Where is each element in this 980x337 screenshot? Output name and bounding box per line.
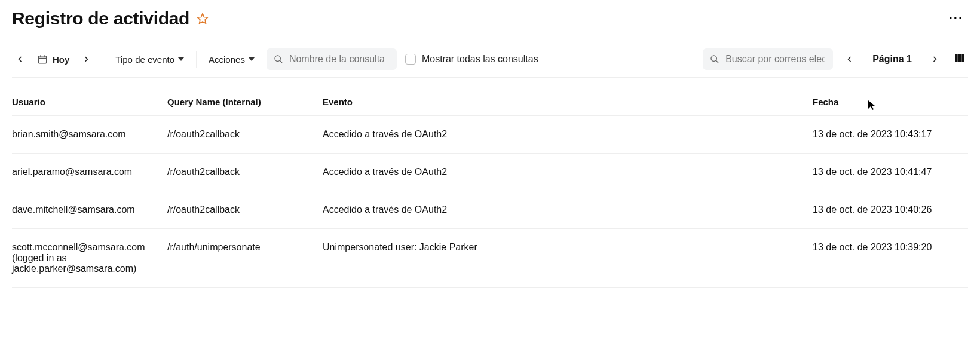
email-search-input[interactable] — [724, 53, 826, 65]
show-all-queries-label: Mostrar todas las consultas — [422, 54, 538, 65]
page-indicator: Página 1 — [866, 54, 918, 65]
cell-user: dave.mitchell@samsara.com — [12, 191, 167, 229]
chevron-down-icon — [249, 57, 255, 61]
table-row[interactable]: ariel.paramo@samsara.com /r/oauth2callba… — [12, 154, 968, 191]
query-name-input[interactable] — [288, 53, 390, 65]
page-next-button[interactable] — [926, 51, 943, 68]
cell-query: /r/auth/unimpersonate — [167, 229, 323, 288]
date-picker[interactable]: Hoy — [37, 54, 69, 65]
page-prev-button[interactable] — [841, 51, 858, 68]
cell-date: 13 de oct. de 2023 10:43:17 — [813, 116, 968, 154]
calendar-icon — [37, 54, 48, 65]
date-label: Hoy — [53, 54, 69, 65]
cell-event: Accedido a través de OAuth2 — [323, 191, 813, 229]
table-row[interactable]: brian.smith@samsara.com /r/oauth2callbac… — [12, 116, 968, 154]
col-header-date[interactable]: Fecha — [813, 88, 968, 116]
svg-rect-10 — [958, 54, 961, 62]
date-prev-button[interactable] — [12, 51, 29, 68]
cell-date: 13 de oct. de 2023 10:40:26 — [813, 191, 968, 229]
checkbox-box — [405, 54, 416, 65]
cell-query: /r/oauth2callback — [167, 154, 323, 191]
email-search[interactable] — [703, 48, 833, 70]
more-menu-button[interactable]: ··· — [944, 8, 968, 29]
column-settings-button[interactable] — [951, 52, 968, 66]
search-icon — [274, 54, 283, 64]
search-icon — [710, 54, 719, 64]
cell-user: brian.smith@samsara.com — [12, 116, 167, 154]
cell-user: ariel.paramo@samsara.com — [12, 154, 167, 191]
toolbar: Hoy Tipo de evento Acciones — [12, 41, 968, 78]
cell-event: Unimpersonated user: Jackie Parker — [323, 229, 813, 288]
show-all-queries-checkbox[interactable]: Mostrar todas las consultas — [405, 54, 538, 65]
col-header-event[interactable]: Evento — [323, 88, 813, 116]
cell-date: 13 de oct. de 2023 10:39:20 — [813, 229, 968, 288]
svg-rect-9 — [956, 54, 958, 62]
activity-table: Usuario Query Name (Internal) Evento Fec… — [12, 88, 968, 288]
cell-user: scott.mcconnell@samsara.com (logged in a… — [12, 229, 167, 288]
svg-marker-0 — [198, 14, 208, 24]
svg-line-6 — [280, 60, 282, 63]
svg-rect-1 — [38, 56, 47, 63]
svg-rect-11 — [961, 54, 964, 62]
separator — [103, 51, 103, 68]
actions-dropdown[interactable]: Acciones — [205, 54, 258, 65]
chevron-down-icon — [178, 57, 184, 61]
svg-line-8 — [716, 60, 718, 63]
col-header-query[interactable]: Query Name (Internal) — [167, 88, 323, 116]
event-type-dropdown[interactable]: Tipo de evento — [112, 54, 188, 65]
separator — [196, 51, 197, 68]
cell-query: /r/oauth2callback — [167, 116, 323, 154]
table-header-row: Usuario Query Name (Internal) Evento Fec… — [12, 88, 968, 116]
page-title: Registro de actividad — [12, 8, 189, 29]
cell-event: Accedido a través de OAuth2 — [323, 154, 813, 191]
date-next-button[interactable] — [78, 51, 94, 68]
table-row[interactable]: scott.mcconnell@samsara.com (logged in a… — [12, 229, 968, 288]
event-type-label: Tipo de evento — [115, 54, 174, 65]
table-row[interactable]: dave.mitchell@samsara.com /r/oauth2callb… — [12, 191, 968, 229]
favorite-star-icon[interactable] — [197, 13, 209, 24]
cell-event: Accedido a través de OAuth2 — [323, 116, 813, 154]
actions-label: Acciones — [209, 54, 245, 65]
cell-date: 13 de oct. de 2023 10:41:47 — [813, 154, 968, 191]
query-name-search[interactable] — [267, 48, 397, 70]
svg-point-5 — [275, 56, 280, 61]
page-header: Registro de actividad ··· — [12, 8, 968, 41]
svg-point-7 — [711, 56, 716, 61]
cell-query: /r/oauth2callback — [167, 191, 323, 229]
col-header-user[interactable]: Usuario — [12, 88, 167, 116]
columns-icon — [954, 52, 966, 66]
